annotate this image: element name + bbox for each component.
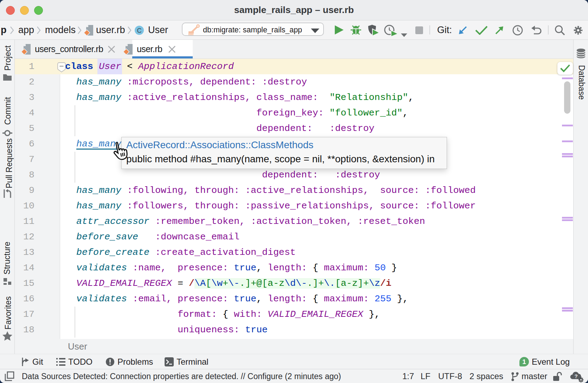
svg-text:C: C bbox=[137, 27, 142, 34]
svg-text:?: ? bbox=[574, 373, 577, 379]
